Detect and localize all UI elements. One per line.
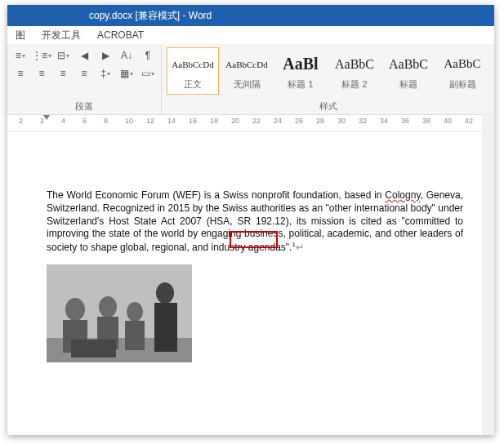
style-sample: AaBbC: [335, 52, 374, 77]
style-sample: AaBbCcDd: [172, 52, 213, 77]
ruler-number: 28: [316, 117, 324, 125]
chevron-down-icon: ▾: [22, 52, 25, 60]
style-sample: AaBbCcDd: [225, 52, 267, 77]
increase-indent-icon: ▶: [102, 50, 109, 61]
svg-point-2: [65, 298, 85, 321]
ruler-number: 24: [274, 117, 282, 125]
tab-acrobat[interactable]: ACROBAT: [89, 26, 152, 44]
style-name: 副标题: [449, 78, 476, 91]
ruler-number: 8: [104, 117, 108, 125]
align-right-button[interactable]: ≡: [55, 65, 71, 82]
window-title: copy.docx [兼容模式] - Word: [89, 10, 212, 21]
window-titlebar: copy.docx [兼容模式] - Word: [7, 5, 494, 26]
group-paragraph: ≡▾ ⋮≡▾ ⊟▾ ◀ ▶ A↓ ¶ ≡ ≡ ≡ ≡ ‡▾ ▦▾ ▭▾ 段落: [7, 44, 162, 114]
align-left-icon: ≡: [17, 68, 23, 79]
ruler-number: 18: [210, 117, 218, 125]
chevron-down-icon: ▾: [107, 70, 110, 78]
ruler-number: 2: [40, 117, 44, 125]
ruler-number: 40: [444, 117, 452, 125]
svg-point-8: [156, 282, 174, 304]
style-sample: AaBl: [283, 52, 318, 77]
ruler-number: 2: [19, 117, 23, 125]
multilevel-button[interactable]: ⊟▾: [55, 47, 71, 64]
decrease-indent-button[interactable]: ◀: [76, 47, 92, 64]
align-justify-icon: ≡: [81, 68, 87, 79]
style-name: 无间隔: [234, 78, 261, 91]
ruler-number: 42: [465, 117, 473, 125]
ruler-number: 12: [146, 117, 154, 125]
sort-button[interactable]: A↓: [118, 47, 135, 64]
ruler-number: 26: [295, 117, 303, 125]
ribbon-tabs: 图 开发工具 ACROBAT: [7, 26, 494, 44]
paragraph-mark-icon: ↵: [296, 242, 304, 253]
borders-button[interactable]: ▭▾: [140, 65, 156, 82]
chevron-down-icon: ▾: [130, 70, 133, 78]
shading-icon: ▦: [120, 68, 129, 79]
show-marks-button[interactable]: ¶: [140, 47, 156, 64]
style-name: 标题: [399, 78, 417, 91]
bullets-icon: ≡: [16, 50, 21, 61]
ruler-number: 6: [83, 117, 87, 125]
ruler-number: 22: [252, 117, 261, 125]
ruler-number: 4: [61, 117, 65, 125]
chevron-down-icon: ▾: [151, 70, 154, 78]
style-tile-5[interactable]: AaBbC副标题: [436, 47, 488, 95]
svg-rect-10: [71, 340, 116, 357]
svg-rect-7: [125, 321, 145, 350]
ruler-number: 32: [359, 117, 367, 125]
tab-view[interactable]: 图: [7, 26, 33, 44]
align-center-button[interactable]: ≡: [33, 65, 50, 82]
style-name: 正文: [184, 78, 202, 91]
line-spacing-icon: ‡: [100, 68, 106, 79]
numbering-icon: ⋮≡: [32, 50, 47, 61]
border-icon: ▭: [141, 68, 150, 79]
document-page[interactable]: The World Economic Forum (WEF) is a Swis…: [7, 132, 494, 371]
inline-image[interactable]: [47, 264, 192, 362]
style-tile-4[interactable]: AaBbC标题: [382, 47, 435, 95]
line-spacing-button[interactable]: ‡▾: [97, 65, 114, 82]
shading-button[interactable]: ▦▾: [118, 65, 135, 82]
ruler-number: 16: [189, 117, 197, 125]
bullets-button[interactable]: ≡▾: [12, 47, 29, 64]
ruler-number: 10: [125, 117, 133, 125]
photo-placeholder-icon: [47, 264, 192, 362]
svg-point-6: [127, 302, 143, 322]
style-tile-2[interactable]: AaBl标题 1: [274, 47, 327, 95]
style-sample: AaBbC: [444, 52, 481, 77]
multilevel-icon: ⊟: [57, 50, 65, 61]
tab-developer[interactable]: 开发工具: [33, 26, 89, 44]
group-styles: AaBbCcDd正文AaBbCcDd无间隔AaBl标题 1AaBbC标题 2Aa…: [162, 44, 494, 114]
numbering-button[interactable]: ⋮≡▾: [33, 47, 50, 64]
style-name: 标题 1: [288, 78, 313, 91]
align-justify-button[interactable]: ≡: [76, 65, 92, 82]
ruler-number: 38: [422, 117, 430, 125]
decrease-indent-icon: ◀: [81, 50, 88, 61]
ruler-number: 36: [401, 117, 409, 125]
ruler-number: 34: [380, 117, 388, 125]
align-center-icon: ≡: [38, 68, 44, 79]
horizontal-ruler[interactable]: 2246810121416182022242628303234363840424…: [7, 115, 494, 132]
sort-icon: A↓: [121, 50, 132, 61]
svg-point-4: [99, 296, 117, 317]
ruler-number: 14: [167, 117, 176, 125]
ruler-number: 20: [231, 117, 239, 125]
indent-marker-icon[interactable]: [43, 115, 50, 120]
increase-indent-button[interactable]: ▶: [97, 47, 114, 64]
group-label-styles: 样式: [167, 100, 490, 113]
style-sample: AaBbC: [389, 52, 428, 77]
ribbon: ≡▾ ⋮≡▾ ⊟▾ ◀ ▶ A↓ ¶ ≡ ≡ ≡ ≡ ‡▾ ▦▾ ▭▾ 段落 A…: [7, 44, 494, 115]
chevron-down-icon: ▾: [66, 52, 69, 60]
spelling-error[interactable]: Cologny: [385, 189, 420, 201]
red-annotation-box: [230, 231, 278, 248]
style-tile-3[interactable]: AaBbC标题 2: [328, 47, 381, 95]
style-tile-1[interactable]: AaBbCcDd无间隔: [221, 47, 273, 95]
align-left-button[interactable]: ≡: [12, 65, 29, 82]
chevron-down-icon: ▾: [48, 52, 51, 60]
svg-rect-9: [154, 303, 177, 352]
vertical-scrollbar[interactable]: [482, 113, 494, 435]
style-name: 标题 2: [341, 78, 367, 91]
pilcrow-icon: ¶: [145, 50, 150, 61]
para-text: The World Economic Forum (WEF) is a Swis…: [47, 189, 385, 201]
align-right-icon: ≡: [60, 68, 65, 79]
style-tile-0[interactable]: AaBbCcDd正文: [167, 47, 219, 95]
